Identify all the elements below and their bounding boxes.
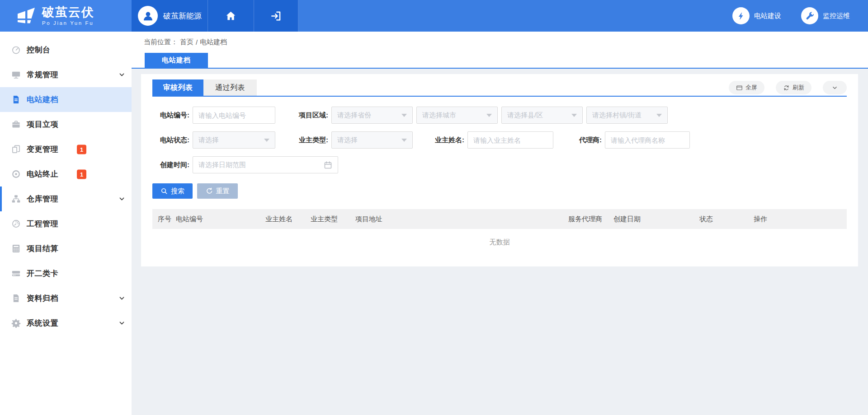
sidebar-item-warehouse-management[interactable]: 仓库管理 [0,187,132,211]
gauge-icon [11,45,21,55]
caret-down-icon [401,139,407,142]
user-menu[interactable]: 破茧新能源 [132,0,208,32]
sidebar-item-station-termination[interactable]: 电站终止1 [0,162,132,187]
notification-badge: 1 [77,169,86,179]
date-range-input[interactable]: 请选择日期范围 [193,156,338,173]
region-select-placeholder: 请选择城市 [422,111,456,120]
sidebar-item-label: 电站终止 [27,169,58,179]
breadcrumb-prefix: 当前位置： [144,38,178,47]
page-tab-station-filing[interactable]: 电站建档 [145,53,208,68]
reset-button[interactable]: 重置 [197,183,238,199]
header-nav: 电站建设监控运维 [732,0,868,32]
collapse-button[interactable] [823,81,847,94]
owner-type-placeholder: 请选择 [337,136,358,145]
avatar [138,6,158,26]
region-selects: 请选择省份请选择城市请选择县/区请选择村镇/街道 [331,107,668,124]
refresh-icon [783,84,790,91]
bankcard-icon [11,269,21,278]
sidebar-item-station-filing[interactable]: 电站建档 [0,87,132,112]
region-select-street[interactable]: 请选择村镇/街道 [586,107,668,124]
header-nav-monitor-ops[interactable]: 监控运维 [801,7,850,24]
station-no-label: 电站编号: [152,111,189,120]
date-range-placeholder: 请选择日期范围 [198,161,246,169]
home-icon [225,10,237,22]
breadcrumb-current: 电站建档 [200,38,227,47]
panel-card: 审核列表 通过列表 全屏 刷新 [141,74,858,266]
brand-subtitle: Po Jian Yun Fu [42,20,94,26]
sidebar-item-system-settings[interactable]: 系统设置 [0,311,132,336]
caret-down-icon [486,114,492,117]
refresh-button[interactable]: 刷新 [776,81,811,94]
filter-actions: 搜索 重置 [152,183,847,199]
column-station-no: 电站编号 [176,215,265,224]
breadcrumb-home[interactable]: 首页 [180,38,193,47]
sidebar-item-label: 开二类卡 [27,268,58,279]
sitemap-icon [11,194,21,204]
owner-name-input[interactable] [467,131,553,149]
region-select-city[interactable]: 请选择城市 [416,107,498,124]
search-button[interactable]: 搜索 [152,183,193,199]
column-address: 项目地址 [355,215,568,224]
sidebar-menu: 控制台常规管理电站建档项目立项变更管理1电站终止1仓库管理工程管理项目结算开二类… [0,32,132,336]
agent-input[interactable] [605,131,690,149]
sidebar-item-label: 系统设置 [27,318,58,328]
brand-logo[interactable]: 破茧云伏 Po Jian Yun Fu [0,0,132,32]
reset-label: 重置 [216,187,230,196]
sidebar: 控制台常规管理电站建档项目立项变更管理1电站终止1仓库管理工程管理项目结算开二类… [0,32,132,415]
station-status-placeholder: 请选择 [198,136,219,145]
wrench-icon-circle [801,7,818,24]
sidebar-item-project-initiation[interactable]: 项目立项 [0,112,132,137]
table-empty-state: 无数据 [152,229,847,255]
header-nav-label: 电站建设 [754,12,781,20]
fullscreen-label: 全屏 [745,84,757,92]
sidebar-item-change-management[interactable]: 变更管理1 [0,137,132,162]
tab-review-list[interactable]: 审核列表 [152,79,203,96]
brand-title: 破茧云伏 [42,6,94,19]
search-label: 搜索 [171,187,184,196]
sidebar-item-data-archive[interactable]: 资料归档 [0,286,132,311]
top-header: 破茧云伏 Po Jian Yun Fu 破茧新能源 电站建设监控运维 [0,0,868,32]
owner-type-label: 业主类型: [291,136,328,145]
calculator-icon [11,244,21,253]
sidebar-item-general-management[interactable]: 常规管理 [0,62,132,87]
sidebar-item-label: 常规管理 [27,70,58,80]
wrench-icon [805,11,815,21]
monitor-icon [11,70,21,79]
owner-type-select[interactable]: 请选择 [331,131,413,149]
sidebar-item-label: 项目立项 [27,119,58,130]
sign-out-button[interactable] [254,0,298,32]
tab-passed-list[interactable]: 通过列表 [203,79,257,96]
region-select-province[interactable]: 请选择省份 [331,107,413,124]
header-nav-station-build[interactable]: 电站建设 [732,7,781,24]
sidebar-item-project-settlement[interactable]: 项目结算 [0,236,132,261]
region-label: 项目区域: [291,111,328,120]
fullscreen-button[interactable]: 全屏 [729,81,764,94]
page-tab-row: 电站建档 [132,53,868,68]
sidebar-item-label: 仓库管理 [27,194,58,204]
chevron-down-icon [118,294,126,302]
copy-icon [11,145,21,154]
sidebar-item-open-type2-card[interactable]: 开二类卡 [0,261,132,286]
chevron-down-icon [118,195,126,203]
notification-badge: 1 [77,145,86,154]
station-no-input[interactable] [193,107,275,124]
station-status-select[interactable]: 请选择 [193,131,275,149]
tab-underline [152,96,847,97]
header-nav-label: 监控运维 [823,12,850,20]
brand-logo-icon [16,6,36,26]
agent-label: 代理商: [575,136,602,145]
sidebar-item-engineering-management[interactable]: 工程管理 [0,211,132,236]
created-time-label: 创建时间: [152,161,189,169]
filter-row-1: 电站编号: 项目区域: 请选择省份请选择城市请选择县/区请选择村镇/街道 [152,107,847,124]
caret-down-icon [401,114,407,117]
briefcase-icon [11,120,21,129]
caret-down-icon [656,114,662,117]
speedometer-icon [11,219,21,228]
home-button[interactable] [208,0,254,32]
search-icon [160,187,168,195]
panel-toolbar: 全屏 刷新 [729,81,847,94]
bolt-icon-circle [732,7,750,24]
region-select-district[interactable]: 请选择县/区 [501,107,583,124]
sidebar-item-console[interactable]: 控制台 [0,37,132,62]
brand-text: 破茧云伏 Po Jian Yun Fu [42,6,94,25]
